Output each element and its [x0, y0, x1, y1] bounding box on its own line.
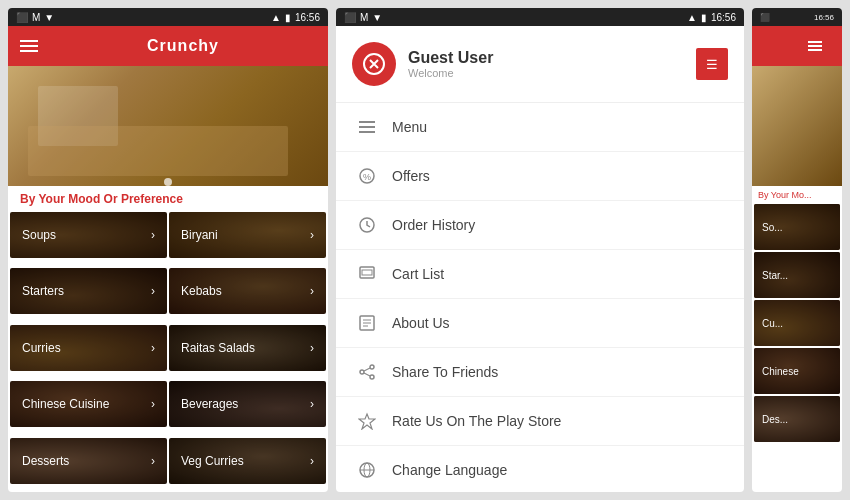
svg-text:%: %: [363, 172, 371, 182]
partial-section-title: By Your Mo...: [752, 186, 842, 204]
menu-item-kebabs[interactable]: Kebabs ›: [169, 268, 326, 314]
hamburger-button[interactable]: [20, 40, 38, 52]
menu-grid: Soups › Biryani › Starters › Kebabs › Cu…: [8, 212, 328, 492]
hero-overlay: [28, 126, 288, 176]
svg-rect-3: [359, 131, 375, 133]
partial-grid: So... Star... Cu... Chinese Des...: [752, 204, 842, 492]
hamburger-white-icon: ☰: [706, 57, 718, 72]
status-left: ⬛ M ▼: [16, 12, 54, 23]
starters-arrow: ›: [151, 284, 155, 298]
drawer-item-share[interactable]: Share To Friends: [336, 348, 744, 397]
drawer-header: Guest User Welcome ☰: [336, 26, 744, 103]
svg-marker-18: [359, 414, 375, 429]
p-status-left: ⬛: [760, 13, 770, 22]
d-icon-2: M: [360, 12, 368, 23]
cart-icon: [356, 263, 378, 285]
svg-point-13: [370, 365, 374, 369]
status-right: ▲ ▮ 16:56: [271, 12, 320, 23]
vegcurries-arrow: ›: [310, 454, 314, 468]
raitas-label: Raitas Salads: [181, 341, 255, 355]
drawer-user-sub: Welcome: [408, 67, 493, 79]
drawer-panel: ⬛ M ▼ ▲ ▮ 16:56 Guest User Welcome ☰: [336, 8, 744, 492]
language-icon: [356, 459, 378, 481]
drawer-item-offers[interactable]: % Offers: [336, 152, 744, 201]
soups-label: Soups: [22, 228, 56, 242]
menu-item-raitas[interactable]: Raitas Salads ›: [169, 325, 326, 371]
desserts-label: Desserts: [22, 454, 69, 468]
drawer-item-about[interactable]: About Us: [336, 299, 744, 348]
p-time: 16:56: [814, 13, 834, 22]
menu-item-starters[interactable]: Starters ›: [10, 268, 167, 314]
drawer-user-name: Guest User: [408, 49, 493, 67]
about-icon: [356, 312, 378, 334]
partial-item-desserts[interactable]: Des...: [754, 396, 840, 442]
partial-hamburger[interactable]: [808, 41, 822, 51]
p-icon-1: ⬛: [760, 13, 770, 22]
svg-line-16: [364, 368, 370, 371]
svg-line-17: [364, 373, 370, 376]
partial-item-soups[interactable]: So...: [754, 204, 840, 250]
beverages-arrow: ›: [310, 397, 314, 411]
partial-starters-label: Star...: [762, 270, 788, 281]
svg-rect-1: [359, 121, 375, 123]
partial-item-curries[interactable]: Cu...: [754, 300, 840, 346]
svg-rect-2: [359, 126, 375, 128]
menu-item-chinese[interactable]: Chinese Cuisine ›: [10, 381, 167, 427]
drawer-rate-label: Rate Us On The Play Store: [392, 413, 561, 429]
drawer-about-label: About Us: [392, 315, 450, 331]
menu-item-curries[interactable]: Curries ›: [10, 325, 167, 371]
menu-item-soups[interactable]: Soups ›: [10, 212, 167, 258]
status-bar: ⬛ M ▼ ▲ ▮ 16:56: [8, 8, 328, 26]
chinese-label: Chinese Cuisine: [22, 397, 109, 411]
drawer-status-left: ⬛ M ▼: [344, 12, 382, 23]
kebabs-arrow: ›: [310, 284, 314, 298]
menu-item-vegcurries[interactable]: Veg Curries ›: [169, 438, 326, 484]
drawer-menu-label: Menu: [392, 119, 427, 135]
drawer-item-language[interactable]: Change Language: [336, 446, 744, 492]
d-wifi-icon: ▲: [687, 12, 697, 23]
drawer-menu: Menu % Offers Order History Cart List Ab…: [336, 103, 744, 492]
partial-item-starters[interactable]: Star...: [754, 252, 840, 298]
soups-arrow: ›: [151, 228, 155, 242]
partial-item-chinese[interactable]: Chinese: [754, 348, 840, 394]
drawer-item-cart[interactable]: Cart List: [336, 250, 744, 299]
offers-icon: %: [356, 165, 378, 187]
svg-point-14: [360, 370, 364, 374]
drawer-item-history[interactable]: Order History: [336, 201, 744, 250]
chinese-arrow: ›: [151, 397, 155, 411]
battery-icon: ▮: [285, 12, 291, 23]
menu-item-desserts[interactable]: Desserts ›: [10, 438, 167, 484]
drawer-item-rate[interactable]: Rate Us On The Play Store: [336, 397, 744, 446]
phone-partial: ⬛ 16:56 By Your Mo... So... Star... Cu..…: [752, 8, 842, 492]
drawer-cart-label: Cart List: [392, 266, 444, 282]
drawer-share-label: Share To Friends: [392, 364, 498, 380]
drawer-status-right: ▲ ▮ 16:56: [687, 12, 736, 23]
drawer-item-menu[interactable]: Menu: [336, 103, 744, 152]
partial-chinese-label: Chinese: [762, 366, 799, 377]
menu-item-beverages[interactable]: Beverages ›: [169, 381, 326, 427]
drawer-close-button[interactable]: ☰: [696, 48, 728, 80]
partial-header: [752, 26, 842, 66]
app-header: Crunchy: [8, 26, 328, 66]
desserts-arrow: ›: [151, 454, 155, 468]
svg-point-15: [370, 375, 374, 379]
drawer-language-label: Change Language: [392, 462, 507, 478]
d-icon-1: ⬛: [344, 12, 356, 23]
time-display: 16:56: [295, 12, 320, 23]
biryani-arrow: ›: [310, 228, 314, 242]
app-title: Crunchy: [50, 37, 316, 55]
star-icon: [356, 410, 378, 432]
curries-arrow: ›: [151, 341, 155, 355]
beverages-label: Beverages: [181, 397, 238, 411]
phone-main: ⬛ M ▼ ▲ ▮ 16:56 Crunchy By Your Mood Or …: [8, 8, 328, 492]
drawer-user-info: Guest User Welcome: [408, 49, 493, 79]
menu-item-biryani[interactable]: Biryani ›: [169, 212, 326, 258]
partial-desserts-label: Des...: [762, 414, 788, 425]
starters-label: Starters: [22, 284, 64, 298]
svg-rect-8: [362, 270, 372, 275]
status-icon-3: ▼: [44, 12, 54, 23]
status-icon-2: M: [32, 12, 40, 23]
drawer-status-bar: ⬛ M ▼ ▲ ▮ 16:56: [336, 8, 744, 26]
raitas-arrow: ›: [310, 341, 314, 355]
wifi-icon: ▲: [271, 12, 281, 23]
